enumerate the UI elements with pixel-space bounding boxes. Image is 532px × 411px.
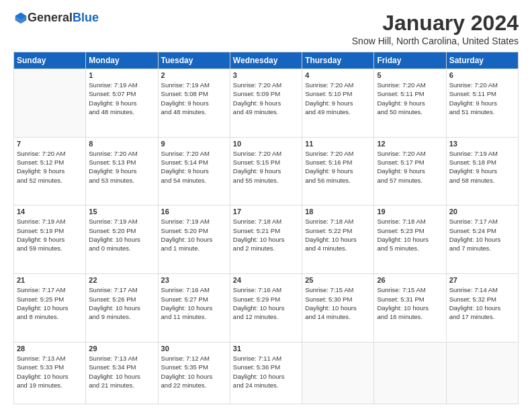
table-row: 3Sunrise: 7:20 AM Sunset: 5:09 PM Daylig… [230, 69, 302, 138]
table-row: 14Sunrise: 7:19 AM Sunset: 5:19 PM Dayli… [14, 205, 86, 274]
table-row: 31Sunrise: 7:11 AM Sunset: 5:36 PM Dayli… [230, 342, 302, 404]
table-row: 27Sunrise: 7:14 AM Sunset: 5:32 PM Dayli… [446, 274, 518, 342]
day-info: Sunrise: 7:19 AM Sunset: 5:08 PM Dayligh… [161, 81, 227, 116]
month-title: January 2024 [352, 11, 519, 36]
day-info: Sunrise: 7:14 AM Sunset: 5:32 PM Dayligh… [449, 285, 515, 321]
day-number: 13 [449, 140, 515, 148]
table-row: 10Sunrise: 7:20 AM Sunset: 5:15 PM Dayli… [230, 137, 302, 205]
calendar-body: 1Sunrise: 7:19 AM Sunset: 5:07 PM Daylig… [14, 69, 519, 404]
day-number: 23 [161, 276, 227, 284]
table-row: 13Sunrise: 7:19 AM Sunset: 5:18 PM Dayli… [446, 137, 518, 205]
day-number: 21 [17, 276, 83, 284]
day-info: Sunrise: 7:18 AM Sunset: 5:23 PM Dayligh… [377, 217, 443, 253]
day-number: 11 [305, 140, 371, 148]
day-info: Sunrise: 7:20 AM Sunset: 5:09 PM Dayligh… [233, 81, 299, 116]
day-number: 17 [233, 208, 299, 216]
day-number: 31 [233, 345, 299, 353]
header: GeneralBlue January 2024 Snow Hill, Nort… [13, 11, 519, 46]
day-info: Sunrise: 7:18 AM Sunset: 5:21 PM Dayligh… [233, 217, 299, 253]
day-number: 26 [377, 276, 443, 284]
day-number: 16 [161, 208, 227, 216]
week-row-1: 7Sunrise: 7:20 AM Sunset: 5:12 PM Daylig… [14, 137, 519, 205]
day-number: 25 [305, 276, 371, 284]
day-number: 5 [377, 71, 443, 79]
day-number: 10 [233, 140, 299, 148]
table-row: 6Sunrise: 7:20 AM Sunset: 5:11 PM Daylig… [446, 69, 518, 138]
day-number: 19 [377, 208, 443, 216]
calendar-table: Sunday Monday Tuesday Wednesday Thursday… [13, 52, 519, 404]
day-info: Sunrise: 7:20 AM Sunset: 5:16 PM Dayligh… [305, 149, 371, 185]
table-row: 29Sunrise: 7:13 AM Sunset: 5:34 PM Dayli… [86, 342, 158, 404]
day-number: 6 [449, 71, 515, 79]
table-row: 26Sunrise: 7:15 AM Sunset: 5:31 PM Dayli… [374, 274, 446, 342]
day-info: Sunrise: 7:11 AM Sunset: 5:36 PM Dayligh… [233, 354, 299, 390]
day-info: Sunrise: 7:20 AM Sunset: 5:14 PM Dayligh… [161, 149, 227, 185]
day-info: Sunrise: 7:19 AM Sunset: 5:19 PM Dayligh… [17, 217, 83, 253]
day-info: Sunrise: 7:19 AM Sunset: 5:07 PM Dayligh… [89, 81, 154, 116]
location: Snow Hill, North Carolina, United States [352, 36, 519, 46]
table-row: 19Sunrise: 7:18 AM Sunset: 5:23 PM Dayli… [374, 205, 446, 274]
table-row: 23Sunrise: 7:16 AM Sunset: 5:27 PM Dayli… [158, 274, 230, 342]
day-info: Sunrise: 7:18 AM Sunset: 5:22 PM Dayligh… [305, 217, 371, 253]
day-info: Sunrise: 7:20 AM Sunset: 5:11 PM Dayligh… [377, 81, 443, 116]
col-friday: Friday [374, 52, 446, 69]
day-number: 24 [233, 276, 299, 284]
week-row-0: 1Sunrise: 7:19 AM Sunset: 5:07 PM Daylig… [14, 69, 519, 138]
calendar-header: Sunday Monday Tuesday Wednesday Thursday… [14, 52, 519, 69]
day-number: 30 [161, 345, 227, 353]
day-info: Sunrise: 7:17 AM Sunset: 5:26 PM Dayligh… [89, 285, 154, 321]
col-monday: Monday [86, 52, 158, 69]
header-row: Sunday Monday Tuesday Wednesday Thursday… [14, 52, 519, 69]
table-row: 28Sunrise: 7:13 AM Sunset: 5:33 PM Dayli… [14, 342, 86, 404]
day-info: Sunrise: 7:17 AM Sunset: 5:24 PM Dayligh… [449, 217, 515, 253]
logo-icon [14, 11, 28, 25]
day-number: 8 [89, 140, 154, 148]
day-info: Sunrise: 7:16 AM Sunset: 5:29 PM Dayligh… [233, 285, 299, 321]
week-row-4: 28Sunrise: 7:13 AM Sunset: 5:33 PM Dayli… [14, 342, 519, 404]
table-row: 5Sunrise: 7:20 AM Sunset: 5:11 PM Daylig… [374, 69, 446, 138]
table-row: 20Sunrise: 7:17 AM Sunset: 5:24 PM Dayli… [446, 205, 518, 274]
table-row [446, 342, 518, 404]
day-number: 1 [89, 71, 154, 79]
week-row-2: 14Sunrise: 7:19 AM Sunset: 5:19 PM Dayli… [14, 205, 519, 274]
day-info: Sunrise: 7:15 AM Sunset: 5:30 PM Dayligh… [305, 285, 371, 321]
logo: GeneralBlue [13, 11, 99, 25]
table-row: 15Sunrise: 7:19 AM Sunset: 5:20 PM Dayli… [86, 205, 158, 274]
table-row: 1Sunrise: 7:19 AM Sunset: 5:07 PM Daylig… [86, 69, 158, 138]
day-info: Sunrise: 7:20 AM Sunset: 5:11 PM Dayligh… [449, 81, 515, 116]
day-number: 2 [161, 71, 227, 79]
table-row [374, 342, 446, 404]
table-row: 24Sunrise: 7:16 AM Sunset: 5:29 PM Dayli… [230, 274, 302, 342]
day-info: Sunrise: 7:20 AM Sunset: 5:13 PM Dayligh… [89, 149, 154, 185]
col-tuesday: Tuesday [158, 52, 230, 69]
table-row: 7Sunrise: 7:20 AM Sunset: 5:12 PM Daylig… [14, 137, 86, 205]
day-info: Sunrise: 7:19 AM Sunset: 5:18 PM Dayligh… [449, 149, 515, 185]
day-number: 12 [377, 140, 443, 148]
day-number: 29 [89, 345, 154, 353]
day-number: 28 [17, 345, 83, 353]
table-row: 17Sunrise: 7:18 AM Sunset: 5:21 PM Dayli… [230, 205, 302, 274]
table-row: 30Sunrise: 7:12 AM Sunset: 5:35 PM Dayli… [158, 342, 230, 404]
logo-general: General [28, 11, 73, 24]
table-row: 8Sunrise: 7:20 AM Sunset: 5:13 PM Daylig… [86, 137, 158, 205]
day-info: Sunrise: 7:19 AM Sunset: 5:20 PM Dayligh… [89, 217, 154, 253]
logo-blue: Blue [73, 11, 99, 24]
page: GeneralBlue January 2024 Snow Hill, Nort… [0, 0, 532, 411]
day-number: 3 [233, 71, 299, 79]
table-row: 18Sunrise: 7:18 AM Sunset: 5:22 PM Dayli… [302, 205, 374, 274]
day-info: Sunrise: 7:20 AM Sunset: 5:12 PM Dayligh… [17, 149, 83, 185]
day-info: Sunrise: 7:20 AM Sunset: 5:17 PM Dayligh… [377, 149, 443, 185]
day-info: Sunrise: 7:17 AM Sunset: 5:25 PM Dayligh… [17, 285, 83, 321]
day-number: 4 [305, 71, 371, 79]
table-row: 16Sunrise: 7:19 AM Sunset: 5:20 PM Dayli… [158, 205, 230, 274]
week-row-3: 21Sunrise: 7:17 AM Sunset: 5:25 PM Dayli… [14, 274, 519, 342]
day-number: 14 [17, 208, 83, 216]
table-row: 22Sunrise: 7:17 AM Sunset: 5:26 PM Dayli… [86, 274, 158, 342]
table-row: 25Sunrise: 7:15 AM Sunset: 5:30 PM Dayli… [302, 274, 374, 342]
day-number: 22 [89, 276, 154, 284]
table-row [14, 69, 86, 138]
day-number: 9 [161, 140, 227, 148]
day-info: Sunrise: 7:16 AM Sunset: 5:27 PM Dayligh… [161, 285, 227, 321]
day-info: Sunrise: 7:19 AM Sunset: 5:20 PM Dayligh… [161, 217, 227, 253]
day-info: Sunrise: 7:15 AM Sunset: 5:31 PM Dayligh… [377, 285, 443, 321]
